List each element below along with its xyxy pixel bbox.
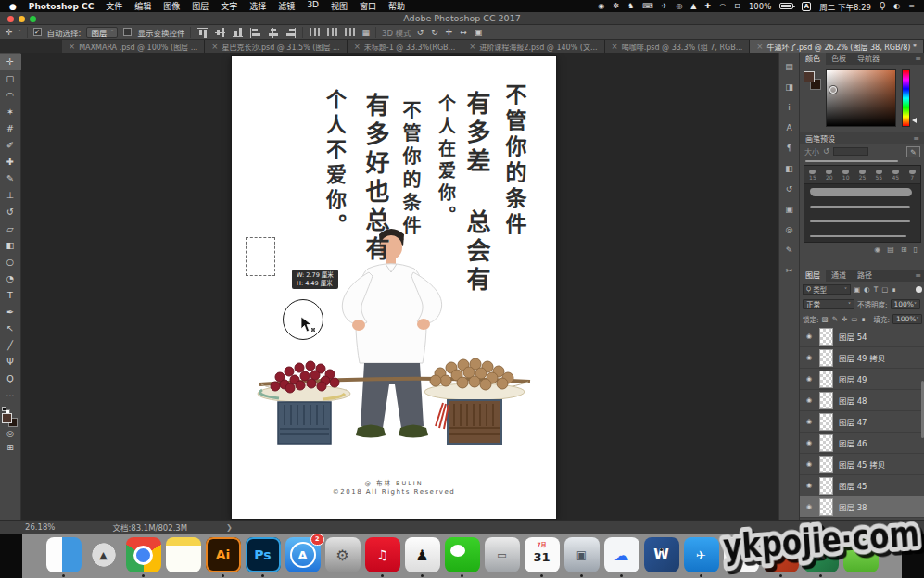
opacity-dropdown[interactable]: 100% ˅ <box>891 299 920 309</box>
layer-visibility-eye-icon[interactable]: ◉ <box>804 375 814 383</box>
document-tab-untitled[interactable]: × 未标题-1 @ 33.3%(RGB... <box>348 40 463 53</box>
document-tab-maxmara[interactable]: × MAXMARA .psd @ 100% (图层 ... <box>62 40 205 53</box>
panel-menu-icon[interactable]: ≡ <box>915 270 924 282</box>
filter-icon-filter-shape[interactable]: ▢ <box>881 285 888 294</box>
panel-icon-timeline[interactable]: ✂ <box>779 260 800 281</box>
layer-visibility-eye-icon[interactable]: ◉ <box>804 333 814 340</box>
distribute-horizontal-button[interactable] <box>344 27 356 38</box>
hue-slider-marker[interactable] <box>912 118 917 123</box>
layer-row-layer-45[interactable]: ◉ 图层 45 <box>800 475 924 496</box>
align-right-edges-button[interactable] <box>285 27 297 38</box>
menu-item-3d[interactable]: 3D <box>307 0 319 12</box>
panel-tab-color[interactable]: 颜色 <box>800 53 826 65</box>
tool-line[interactable]: ╱ <box>0 337 21 354</box>
panel-icon-actions[interactable]: ▣ <box>779 199 800 220</box>
tool-lasso[interactable]: ◠ <box>0 87 21 104</box>
3d-mode-icon-pan[interactable]: ✛ <box>446 28 453 37</box>
panel-tab-channels[interactable]: 通道 <box>826 270 852 282</box>
brush-action-icon-toggle-live-tip[interactable]: ◉ <box>874 245 880 254</box>
brush-action-icon-create-new-brush[interactable]: ⊞ <box>901 245 907 254</box>
layer-visibility-eye-icon[interactable]: ◉ <box>804 439 814 446</box>
menu-item-type[interactable]: 文字 <box>221 0 237 12</box>
tab-close-icon[interactable]: × <box>354 42 361 51</box>
filter-icon-lock-transparent[interactable]: ▨ <box>822 315 829 323</box>
layer-filter-toggle[interactable] <box>916 286 922 293</box>
brush-preset-stroke[interactable] <box>804 199 920 214</box>
screen-mode-button[interactable]: ⊞ <box>6 441 14 455</box>
brush-size-input[interactable] <box>833 147 868 156</box>
brush-size-slider[interactable] <box>805 160 898 162</box>
3d-mode-icon-roll[interactable]: ↻ <box>431 28 438 37</box>
status-icon-notification-center[interactable]: ≡ <box>908 2 915 10</box>
brush-preset-dab[interactable]: 25 <box>854 166 871 183</box>
3d-mode-icon-camera[interactable]: ▣ <box>475 28 483 37</box>
status-icon-vpn-app[interactable]: ▲ <box>690 2 696 10</box>
layer-thumbnail[interactable] <box>819 328 833 346</box>
layer-row-layer-49-copy[interactable]: ◉ 图层 49 拷贝 <box>800 347 924 369</box>
panel-icon-libraries[interactable]: ▤ <box>779 57 800 77</box>
canvas-area[interactable]: 不管你的条件有多差 总会有个人在爱你。不管你的条件有多好也总有个人不爱你。 @ … <box>21 53 778 520</box>
panel-icon-clone-source[interactable]: ◎ <box>779 220 800 240</box>
tab-close-icon[interactable]: × <box>756 42 763 51</box>
status-icon-screen-record[interactable]: ◉ <box>598 2 604 10</box>
dock-app-settings[interactable]: ⚙ <box>325 537 361 572</box>
filter-icon-lock-artboard[interactable]: ▭ <box>851 315 857 323</box>
quick-mask-button[interactable]: ◎ <box>6 427 14 441</box>
dock-app-launchpad[interactable]: ▲ <box>86 537 121 572</box>
tool-type[interactable]: T <box>0 287 21 304</box>
layer-visibility-eye-icon[interactable]: ◉ <box>804 354 814 361</box>
status-icon-user-app[interactable]: ♞ <box>627 2 634 10</box>
filter-icon-filter-adjustment[interactable]: ◐ <box>864 285 870 294</box>
layer-visibility-eye-icon[interactable]: ◉ <box>804 482 814 489</box>
tab-close-icon[interactable]: × <box>69 42 75 51</box>
3d-mode-icon-slide[interactable]: ↔ <box>460 28 467 37</box>
panel-icon-info[interactable]: i <box>779 97 800 118</box>
layer-row-layer-45-copy[interactable]: ◉ 图层 45 拷贝 <box>800 454 924 475</box>
tool-gradient[interactable]: ◧ <box>0 237 21 254</box>
apple-menu-icon[interactable]: ● <box>9 2 17 11</box>
zoom-level-field[interactable]: 26.18% <box>25 522 55 532</box>
dock-app-illustrator[interactable]: Ai <box>206 537 241 572</box>
layer-visibility-eye-icon[interactable]: ◉ <box>804 460 814 468</box>
panel-menu-icon[interactable]: ≡ <box>915 53 924 65</box>
brush-preset-dab[interactable]: 45 <box>887 166 904 183</box>
input-source-icon[interactable]: A <box>802 2 811 11</box>
brush-preset-dab[interactable]: 7 <box>904 166 920 183</box>
foreground-color-well[interactable] <box>804 71 815 82</box>
brush-preset-stroke[interactable] <box>804 184 920 199</box>
color-picker-field[interactable] <box>826 69 896 127</box>
brush-preset-stroke[interactable] <box>804 214 920 229</box>
brush-preset-dab[interactable]: 20 <box>821 166 838 183</box>
distribute-center-button[interactable] <box>326 27 338 38</box>
3d-mode-icon-orbit[interactable]: ↺ <box>417 28 424 37</box>
menu-item-file[interactable]: 文件 <box>106 0 122 12</box>
menu-item-filter[interactable]: 滤镜 <box>278 0 295 12</box>
tab-close-icon[interactable]: × <box>211 42 218 51</box>
panel-tab-layers[interactable]: 图层 <box>800 270 826 282</box>
selection-marquee[interactable] <box>246 237 275 276</box>
brush-size-reset-icon[interactable]: ↺ <box>823 147 829 156</box>
brush-preset-list[interactable]: 15 20 10 25 55 45 7 <box>804 165 921 243</box>
status-icon-bird-app[interactable]: ✈ <box>662 2 668 10</box>
document-tab-starbucks[interactable]: × 星巴克长沙.psd @ 31.5% (图层 ... <box>205 40 347 53</box>
panel-icon-layer-comps[interactable]: ◧ <box>779 158 800 179</box>
menu-bar-clock[interactable]: 周二 下午8:29 <box>819 1 871 12</box>
tool-eraser[interactable]: ▱ <box>0 220 21 237</box>
panel-menu-icon[interactable]: ≡ <box>913 132 919 144</box>
foreground-color-swatch[interactable] <box>2 413 12 423</box>
filter-icon-lock-pixels[interactable]: ✎ <box>832 315 838 323</box>
tool-eyedropper[interactable]: ✐ <box>0 137 21 154</box>
tool-quick-select[interactable]: ✶ <box>0 104 21 120</box>
distribute-spacing-icon[interactable]: ▦ <box>361 28 370 37</box>
tool-pen[interactable]: ✒ <box>0 304 21 320</box>
dock-app-finder[interactable] <box>46 537 82 572</box>
layer-filter-dropdown[interactable]: Ϙ 类型 ˅ <box>803 284 851 295</box>
align-bottom-edges-button[interactable] <box>232 27 244 38</box>
status-icon-airplay-display[interactable]: ⊡ <box>734 2 740 10</box>
menu-item-edit[interactable]: 编辑 <box>134 0 151 12</box>
layer-row-layer-48[interactable]: ◉ 图层 48 <box>800 390 924 411</box>
layer-row-layer-46[interactable]: ◉ 图层 46 <box>800 433 924 454</box>
panel-icon-history[interactable]: ↺ <box>779 179 800 199</box>
dock-app-calendar[interactable]: 7月 31 <box>525 537 560 572</box>
document-tab-niubihuaile[interactable]: × 牛逼坏了.psd @ 26.2% (图层 38, RGB/8) * <box>750 40 924 53</box>
